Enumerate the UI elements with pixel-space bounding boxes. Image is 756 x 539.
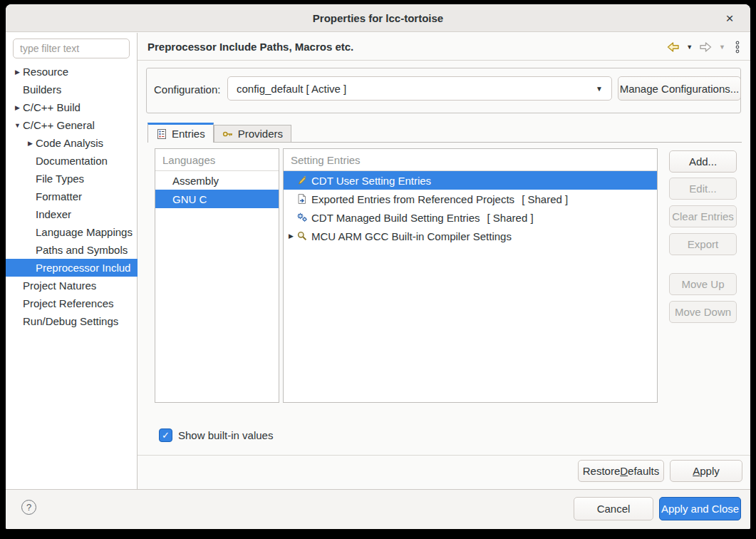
filter-input[interactable] — [13, 38, 130, 58]
export-button[interactable]: Export — [669, 233, 737, 255]
entry-item-cdt-user-setting-entries[interactable]: CDT User Setting Entries — [284, 171, 657, 190]
configuration-label: Configuration: — [154, 78, 220, 102]
footer-separator — [138, 455, 750, 456]
languages-rows: AssemblyGNU C — [155, 171, 279, 208]
sidebar-item-label: Paths and Symbols — [36, 244, 128, 256]
show-builtin-label: Show built-in values — [178, 429, 273, 441]
expand-arrow-icon[interactable]: ▶ — [286, 232, 296, 240]
sidebar-tree: ▶ResourceBuilders▶C/C++ Build▼C/C++ Gene… — [6, 63, 138, 330]
sidebar-item-label: Builders — [23, 83, 61, 96]
sidebar-item-label: Project References — [23, 297, 114, 309]
back-arrow-icon[interactable] — [666, 41, 680, 53]
language-item-assembly[interactable]: Assembly — [155, 171, 279, 190]
sidebar-item-paths-and-symbols[interactable]: Paths and Symbols — [6, 241, 138, 259]
title-bar: Properties for lcc-tortoise × — [6, 4, 750, 32]
checkbox-check-icon: ✓ — [159, 428, 172, 442]
language-item-gnu-c[interactable]: GNU C — [155, 190, 279, 208]
sidebar-item-file-types[interactable]: File Types — [6, 170, 138, 188]
forward-history-dropdown-icon[interactable]: ▼ — [719, 43, 725, 51]
panel-header: Preprocessor Include Paths, Macros etc. … — [138, 33, 750, 61]
sidebar-item-label: Preprocessor Includ — [36, 262, 130, 274]
tab-bar: EntriesProviders — [147, 123, 742, 143]
add-button[interactable]: Add... — [669, 150, 737, 173]
sidebar-item-language-mappings[interactable]: Language Mappings — [6, 223, 138, 241]
sidebar-item-project-natures[interactable]: Project Natures — [6, 277, 138, 294]
sidebar-item-label: Resource — [23, 66, 68, 78]
entry-label: CDT User Setting Entries — [311, 175, 431, 187]
help-icon[interactable]: ? — [21, 500, 36, 515]
sidebar-item-documentation[interactable]: Documentation — [6, 152, 138, 170]
gears-icon — [296, 212, 309, 223]
show-builtin-checkbox[interactable]: ✓ Show built-in values — [159, 428, 273, 442]
apply-button[interactable]: Apply — [670, 460, 742, 482]
sidebar-item-label: Run/Debug Settings — [23, 315, 118, 327]
setting-entries-rows: CDT User Setting EntriesExported Entries… — [284, 171, 657, 245]
setting-entries-header: Setting Entries — [284, 149, 657, 171]
sidebar-item-label: C/C++ Build — [23, 101, 81, 113]
sidebar-item-label: Language Mappings — [36, 226, 133, 238]
cancel-button[interactable]: Cancel — [574, 497, 653, 520]
entry-shared-badge: [ Shared ] — [522, 193, 568, 205]
entry-item-cdt-managed-build-setting-entries[interactable]: CDT Managed Build Setting Entries[ Share… — [284, 208, 657, 227]
move-up-button[interactable]: Move Up — [669, 273, 737, 295]
sidebar-item-c-c-build[interactable]: ▶C/C++ Build — [6, 98, 138, 116]
sidebar-item-resource[interactable]: ▶Resource — [6, 63, 138, 81]
chevron-down-icon: ▼ — [596, 85, 603, 93]
entry-shared-badge: [ Shared ] — [487, 212, 534, 224]
manage-configurations-button[interactable]: Manage Configurations... — [618, 76, 741, 101]
tab-providers[interactable]: Providers — [214, 125, 291, 142]
sidebar-item-run-debug-settings[interactable]: Run/Debug Settings — [6, 312, 138, 330]
sidebar-item-indexer[interactable]: Indexer — [6, 205, 138, 223]
sidebar: ▶ResourceBuilders▶C/C++ Build▼C/C++ Gene… — [6, 33, 138, 489]
sidebar-item-c-c-general[interactable]: ▼C/C++ General — [6, 116, 138, 134]
clear-entries-button[interactable]: Clear Entries — [669, 205, 737, 227]
sidebar-item-formatter[interactable]: Formatter — [6, 188, 138, 205]
back-history-dropdown-icon[interactable]: ▼ — [686, 43, 693, 51]
sidebar-item-label: Formatter — [36, 190, 82, 202]
close-icon[interactable]: × — [720, 9, 739, 28]
page-title: Preprocessor Include Paths, Macros etc. — [147, 41, 353, 53]
sidebar-item-preprocessor-includ[interactable]: Preprocessor Includ — [6, 259, 138, 277]
expand-arrow-icon[interactable]: ▶ — [12, 104, 23, 111]
expand-arrow-icon[interactable]: ▶ — [25, 140, 36, 147]
history-nav: ▼ ▼ — [666, 33, 740, 61]
sidebar-item-label: C/C++ General — [23, 119, 95, 131]
properties-dialog: Properties for lcc-tortoise × ▶ResourceB… — [6, 4, 750, 529]
magnifier-icon — [296, 230, 309, 242]
window-title: Properties for lcc-tortoise — [313, 12, 443, 24]
sidebar-item-label: Project Natures — [23, 279, 96, 292]
setting-entries-list: Setting Entries CDT User Setting Entries… — [283, 148, 658, 403]
languages-header: Languages — [155, 149, 279, 171]
tab-entries[interactable]: Entries — [147, 123, 214, 143]
expand-arrow-icon[interactable]: ▶ — [12, 68, 23, 76]
sidebar-item-label: Documentation — [36, 155, 108, 167]
sidebar-item-project-references[interactable]: Project References — [6, 294, 138, 312]
configuration-select[interactable]: config_default [ Active ] ▼ — [227, 76, 612, 101]
configuration-group: Configuration: config_default [ Active ]… — [146, 68, 741, 113]
forward-arrow-icon[interactable] — [699, 41, 713, 53]
entry-label: MCU ARM GCC Built-in Compiler Settings — [311, 230, 512, 242]
main-panel: Preprocessor Include Paths, Macros etc. … — [138, 33, 750, 489]
sidebar-item-label: Indexer — [36, 208, 71, 220]
tab-label: Providers — [238, 128, 283, 140]
sidebar-item-label: Code Analysis — [36, 137, 103, 149]
entry-label: Exported Entries from Referenced Project… — [311, 193, 514, 205]
configuration-value: config_default [ Active ] — [237, 83, 596, 95]
restore-defaults-button[interactable]: Restore Defaults — [578, 460, 664, 482]
move-down-button[interactable]: Move Down — [669, 301, 737, 323]
collapse-arrow-icon[interactable]: ▼ — [12, 122, 23, 129]
key-icon — [222, 128, 234, 140]
entry-label: CDT Managed Build Setting Entries — [311, 212, 480, 224]
sidebar-item-builders[interactable]: Builders — [6, 81, 138, 98]
dialog-button-bar: ? Cancel Apply and Close — [6, 489, 750, 529]
entry-item-exported-entries-from-referenced-projects[interactable]: Exported Entries from Referenced Project… — [284, 190, 657, 208]
apply-and-close-button[interactable]: Apply and Close — [659, 497, 741, 520]
pencil-icon — [296, 175, 309, 186]
edit-button[interactable]: Edit... — [669, 178, 737, 200]
list-icon — [156, 128, 167, 140]
sidebar-item-code-analysis[interactable]: ▶Code Analysis — [6, 134, 138, 152]
kebab-menu-icon[interactable] — [735, 40, 740, 54]
tab-label: Entries — [172, 128, 205, 140]
languages-list: Languages AssemblyGNU C — [155, 148, 279, 403]
entry-item-mcu-arm-gcc-built-in-compiler-settings[interactable]: ▶MCU ARM GCC Built-in Compiler Settings — [284, 227, 657, 245]
